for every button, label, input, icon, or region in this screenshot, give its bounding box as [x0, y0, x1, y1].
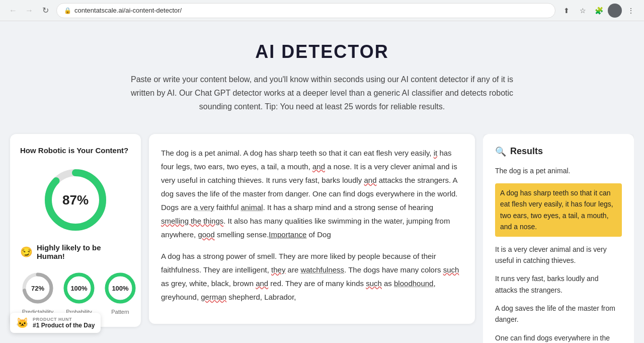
star-icon: ☆	[580, 7, 586, 15]
result-sentence-5: A dog saves the life of the master from …	[495, 303, 622, 325]
rating-label: Highly likely to be Human!	[37, 243, 131, 260]
pattern-donut: 100%	[103, 270, 138, 306]
back-button[interactable]: ←	[6, 4, 20, 18]
browser-actions: ⬆ ☆ 🧩 ⋮	[559, 4, 638, 18]
extensions-icon: 🧩	[595, 7, 603, 15]
donut-container: 87%	[20, 165, 131, 235]
middle-panel: The dog is a pet animal. A dog has sharp…	[149, 134, 475, 324]
result-sentence-2-highlighted: A dog has sharp teeth so that it can eat…	[495, 183, 622, 237]
menu-icon: ⋮	[627, 7, 634, 15]
result-sentence-1: The dog is a pet animal.	[495, 165, 622, 176]
refresh-button[interactable]: ↻	[38, 4, 52, 18]
page-content: AI DETECTOR Paste or write your content …	[0, 21, 644, 343]
refresh-icon: ↻	[42, 6, 49, 15]
text-content: The dog is a pet animal. A dog has sharp…	[161, 146, 463, 304]
product-hunt-icon: 🐱	[16, 317, 29, 329]
mini-scores: 72% Predictability 100% Probability	[20, 270, 131, 315]
product-hunt-text: PRODUCT HUNT #1 Product of the Day	[33, 317, 95, 329]
extensions-button[interactable]: 🧩	[592, 4, 606, 18]
address-bar[interactable]: 🔒 contentatscale.ai/ai-content-detector/	[56, 3, 555, 18]
search-icon: 🔍	[495, 146, 506, 157]
panel-title: How Robotic is Your Content?	[20, 146, 131, 155]
forward-button[interactable]: →	[22, 4, 36, 18]
predictability-label: 72%	[31, 284, 44, 292]
underline-it: it	[434, 149, 438, 157]
rating-emoji: 😏	[20, 246, 33, 258]
right-panel-wrapper: 🔍 Results The dog is a pet animal. A dog…	[483, 134, 634, 343]
rating-badge: 😏 Highly likely to be Human!	[20, 243, 131, 260]
main-score-label: 87%	[62, 192, 89, 208]
underline-bloodhound: bloodhound	[394, 279, 433, 288]
profile-avatar	[608, 4, 622, 18]
predictability-donut: 72%	[20, 270, 55, 306]
result-sentence-3: It is a very clever animal and is very u…	[495, 244, 622, 266]
product-hunt-label: PRODUCT HUNT	[33, 317, 95, 322]
underline-they: they	[271, 265, 285, 274]
underline-smelling: smelling the things	[161, 217, 223, 225]
forward-icon: →	[25, 6, 33, 15]
underline-german: german	[201, 293, 226, 301]
page-title: AI DETECTOR	[10, 41, 634, 62]
paragraph-1: The dog is a pet animal. A dog has sharp…	[161, 146, 463, 241]
underline-and3: and	[256, 279, 268, 288]
pattern-label: 100%	[112, 284, 128, 292]
underline-such1: such	[443, 265, 459, 274]
results-title: Results	[510, 146, 543, 157]
share-button[interactable]: ⬆	[559, 4, 574, 18]
menu-button[interactable]: ⋮	[624, 4, 638, 18]
mini-score-pattern: 100% Pattern	[103, 270, 138, 315]
link-a-very: a very	[194, 203, 214, 212]
mini-score-predictability: 72% Predictability	[20, 270, 55, 315]
underline-and: and	[312, 162, 325, 171]
browser-chrome: ← → ↻ 🔒 contentatscale.ai/ai-content-det…	[0, 0, 644, 21]
back-icon: ←	[9, 6, 17, 15]
page-subtitle: Paste or write your content below, and y…	[126, 73, 518, 114]
lock-icon: 🔒	[64, 7, 71, 14]
underline-animal: animal	[240, 203, 263, 212]
underline-watchfulness: watchfulness	[300, 265, 344, 274]
pattern-title: Pattern	[111, 309, 129, 315]
url-text: contentatscale.ai/ai-content-detector/	[74, 7, 182, 14]
underline-good: good	[198, 230, 214, 239]
underline-such2: such	[366, 279, 382, 288]
probability-donut: 100%	[61, 270, 97, 306]
right-panel: 🔍 Results The dog is a pet animal. A dog…	[483, 134, 634, 343]
main-donut-chart: 87%	[40, 165, 111, 235]
result-sentence-4: It runs very fast, barks loudly and atta…	[495, 273, 622, 296]
paragraph-2: A dog has a strong power of smell. They …	[161, 249, 463, 304]
three-col-layout: How Robotic is Your Content? 87% 😏 Highl…	[10, 134, 634, 343]
mini-score-probability: 100% Probability	[61, 270, 97, 315]
result-sentence-6: One can find dogs everywhere in the worl…	[495, 332, 622, 343]
left-panel: How Robotic is Your Content? 87% 😏 Highl…	[10, 134, 141, 327]
product-hunt-title: #1 Product of the Day	[33, 322, 95, 329]
link-importance: Importance	[269, 230, 306, 239]
results-header: 🔍 Results	[495, 146, 622, 157]
bookmark-button[interactable]: ☆	[576, 4, 590, 18]
profile-button[interactable]	[608, 4, 622, 18]
product-hunt-badge[interactable]: 🐱 PRODUCT HUNT #1 Product of the Day	[10, 313, 101, 333]
probability-label: 100%	[70, 284, 87, 292]
share-icon: ⬆	[564, 7, 570, 15]
nav-buttons: ← → ↻	[6, 4, 52, 18]
underline-and2: and	[364, 176, 377, 184]
